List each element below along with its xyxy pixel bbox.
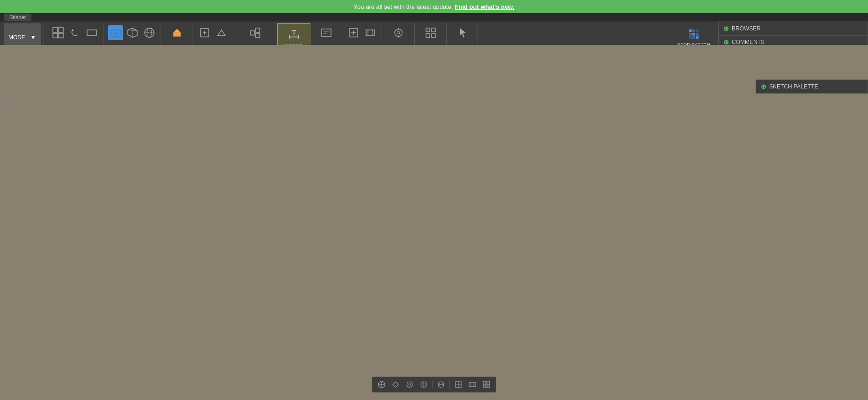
svg-rect-183 [483, 381, 486, 384]
modify-icon1[interactable] [197, 25, 212, 40]
svg-rect-19 [250, 31, 255, 35]
sketch-palette[interactable]: ⊕ SKETCH PALETTE [756, 80, 868, 94]
file-tab[interactable]: Shader [4, 14, 31, 21]
sketch-plane-icon[interactable] [108, 25, 123, 40]
assemble-icons [248, 25, 263, 40]
browser-item[interactable]: ⊕ BROWSER [719, 22, 868, 36]
select-icon[interactable] [455, 25, 470, 40]
model-arrow: ▼ [30, 34, 36, 41]
extrude-icon[interactable] [169, 25, 184, 40]
svg-rect-21 [256, 33, 260, 37]
svg-rect-47 [689, 33, 692, 36]
svg-rect-180 [469, 383, 476, 386]
bottom-icon-4[interactable] [418, 379, 429, 390]
grid-icon[interactable] [51, 25, 66, 40]
svg-rect-0 [53, 28, 58, 32]
svg-rect-27 [322, 29, 331, 36]
assemble-icon[interactable] [248, 25, 263, 40]
sketch-icons [108, 25, 157, 40]
svg-rect-44 [689, 29, 692, 32]
update-banner: You are all set with the latest update. … [0, 0, 868, 13]
undo-icon[interactable] [67, 25, 82, 40]
bottom-icon-7[interactable] [467, 379, 478, 390]
svg-rect-41 [432, 28, 435, 32]
svg-rect-52 [696, 36, 699, 39]
construct-icon[interactable] [287, 26, 302, 41]
svg-rect-33 [366, 30, 375, 36]
insert-icon2[interactable] [363, 25, 378, 40]
create-icons [169, 25, 184, 40]
addins-icon[interactable] [423, 25, 438, 40]
banner-text: You are all set with the latest update. [354, 3, 453, 10]
sketch-palette-icon: ⊕ [761, 83, 766, 90]
svg-rect-48 [692, 33, 695, 36]
svg-rect-4 [87, 30, 96, 36]
svg-point-173 [409, 384, 411, 385]
svg-rect-42 [426, 34, 430, 37]
bottom-toolbar [372, 377, 496, 393]
browser-plus-icon: ⊕ [723, 25, 729, 32]
banner-link[interactable]: Find out what's new. [455, 3, 515, 10]
addins-icons [423, 25, 438, 40]
svg-rect-51 [692, 36, 695, 39]
construct-icons [287, 26, 302, 41]
inspect-icons [319, 25, 334, 40]
top-bar: Shader [0, 13, 868, 22]
separator-1 [432, 380, 433, 389]
rectangle-icon[interactable] [84, 25, 99, 40]
svg-rect-45 [692, 29, 695, 32]
sketch-palette-label: SKETCH PALETTE [769, 83, 818, 90]
bottom-icon-1[interactable] [376, 379, 387, 390]
svg-marker-15 [173, 29, 181, 33]
file-tab-label: Shader [9, 15, 26, 20]
globe-icon[interactable] [142, 25, 157, 40]
svg-rect-3 [59, 33, 63, 38]
svg-rect-185 [483, 385, 486, 388]
insert-icon1[interactable] [346, 25, 361, 40]
svg-rect-1 [59, 28, 63, 32]
svg-rect-20 [256, 28, 260, 32]
grid-background: 50 25 ø1.50 1.50 ø1.30 1.50 ø1.30 1.50 ø… [0, 45, 140, 115]
svg-rect-14 [173, 33, 181, 36]
separator-2 [449, 380, 450, 389]
bottom-icon-5[interactable] [435, 379, 447, 390]
modify-icon2[interactable] [214, 25, 229, 40]
svg-rect-43 [432, 34, 435, 37]
bottom-icon-8[interactable] [481, 379, 492, 390]
insert-icons [346, 25, 378, 40]
model-label: MODEL [8, 34, 29, 41]
svg-point-36 [395, 29, 402, 36]
svg-rect-2 [53, 33, 58, 38]
svg-rect-50 [689, 36, 692, 39]
cube-icon[interactable] [125, 25, 140, 40]
svg-rect-58 [0, 45, 140, 115]
svg-rect-40 [426, 28, 430, 32]
svg-rect-184 [487, 381, 490, 384]
undo-redo-icons [51, 25, 99, 40]
make-icons [391, 25, 406, 40]
bottom-icon-2[interactable] [390, 379, 401, 390]
svg-rect-49 [696, 33, 699, 36]
svg-point-37 [397, 31, 400, 34]
browser-label: BROWSER [732, 25, 761, 32]
modify-icons [197, 25, 229, 40]
svg-rect-186 [487, 385, 490, 388]
bottom-icon-3[interactable] [404, 379, 415, 390]
bottom-icon-6[interactable] [453, 379, 464, 390]
svg-rect-46 [696, 29, 699, 32]
inspect-icon[interactable] [319, 25, 334, 40]
select-icons [455, 25, 470, 40]
make-icon[interactable] [391, 25, 406, 40]
canvas-area[interactable]: 50 25 ø1.50 1.50 ø1.30 1.50 ø1.30 1.50 ø… [0, 45, 868, 400]
comments-label: COMMENTS [732, 39, 765, 45]
svg-point-172 [407, 382, 412, 387]
